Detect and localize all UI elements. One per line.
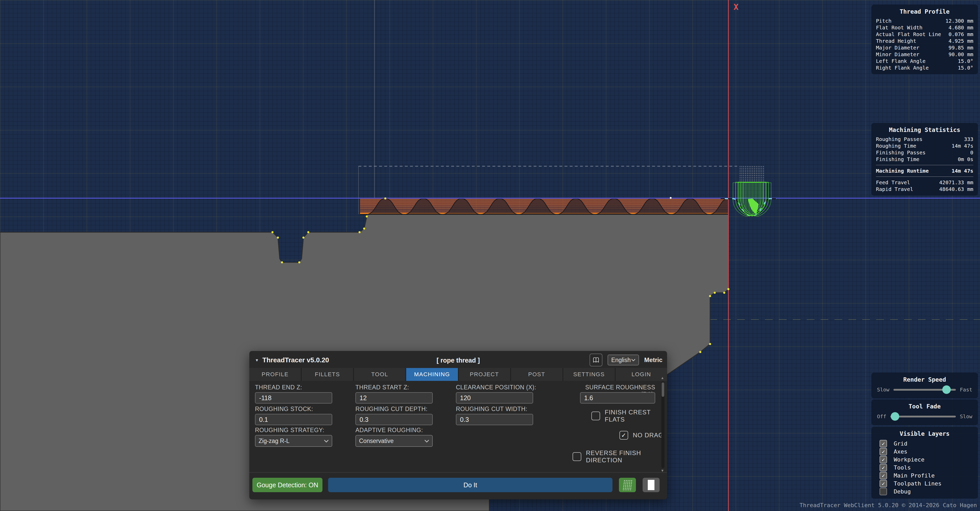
layer-checkbox[interactable]: [880, 448, 887, 455]
slider-handle[interactable]: [891, 412, 899, 421]
checkbox[interactable]: [573, 452, 581, 461]
dialog-scrollbar[interactable]: [662, 382, 665, 468]
slider-min-label: Slow: [877, 386, 889, 393]
panel-title: Machining Statistics: [876, 126, 973, 133]
page-view-button[interactable]: [643, 478, 660, 492]
clearance-position-input[interactable]: [456, 392, 533, 404]
dither-view-button[interactable]: [619, 478, 636, 492]
page-icon: [648, 480, 654, 490]
stat-row: Left Flank Angle15.0°: [876, 58, 973, 64]
adaptive-roughing-select[interactable]: Conservative: [355, 435, 433, 447]
thread-start-z-input[interactable]: [355, 392, 433, 404]
stat-row: Feed Travel42071.33 mm: [876, 179, 973, 186]
slider-min-label: Off: [877, 414, 886, 420]
slider-max-label: Slow: [960, 414, 972, 420]
roughing-strategy-select[interactable]: Zig-zag R-L: [255, 435, 332, 447]
tab-tool[interactable]: TOOL: [354, 368, 406, 381]
divider: [876, 165, 973, 165]
viewport[interactable]: X Z Thread Profile Pitch12.300 mm Flat R…: [0, 0, 980, 511]
stat-row: Flat Root Width4.680 mm: [876, 24, 973, 31]
stat-row: Major Diameter99.85 mm: [876, 44, 973, 51]
collapse-triangle-icon[interactable]: ▼: [255, 358, 259, 362]
roughing-stock-input[interactable]: [255, 414, 332, 425]
stat-row: Roughing Passes333: [876, 136, 973, 142]
scrollbar-thumb[interactable]: [662, 382, 664, 397]
chevron-down-icon: [425, 440, 429, 442]
stat-row: Pitch12.300 mm: [876, 18, 973, 24]
panel-title: Thread Profile: [876, 8, 973, 15]
thread-end-z-label: THREAD END Z:: [255, 384, 302, 391]
clearance-position-label: CLEARANCE POSITION (X):: [456, 384, 536, 391]
layer-checkbox[interactable]: [880, 464, 887, 471]
x-axis-label: X: [733, 2, 738, 12]
checkbox[interactable]: [591, 412, 600, 420]
tab-fillets[interactable]: FILLETS: [302, 368, 353, 381]
tab-login[interactable]: LOGIN: [616, 368, 667, 381]
scroll-up-icon[interactable]: ▲: [661, 376, 664, 380]
chevron-down-icon: [324, 440, 329, 442]
footer-divider: [249, 472, 667, 473]
panel-title: Render Speed: [876, 376, 973, 383]
stat-row: Right Flank Angle15.0°: [876, 64, 973, 71]
layer-row-workpiece[interactable]: Workpiece: [880, 455, 973, 463]
finish-crest-flats-checkbox[interactable]: FINISH CREST FLATS: [591, 409, 667, 423]
stat-row: Actual Flat Root Line0.076 mm: [876, 31, 973, 38]
manual-button[interactable]: [590, 354, 603, 366]
panel-title: Visible Layers: [876, 430, 973, 437]
stat-row: Finishing Passes0: [876, 149, 973, 156]
layer-row-toolpath-lines[interactable]: Toolpath Lines: [880, 479, 973, 487]
surface-roughness-input[interactable]: [580, 392, 655, 404]
layer-row-axes[interactable]: Axes: [880, 448, 973, 455]
tool-fade-panel: Tool Fade Off Slow: [871, 399, 978, 425]
app-title: ThreadTracer v5.0.20: [262, 356, 329, 364]
layer-row-debug[interactable]: Debug: [880, 487, 973, 495]
units-label[interactable]: Metric: [644, 356, 662, 364]
roughing-cut-width-input[interactable]: [456, 414, 533, 425]
roughing-strategy-label: ROUGHING STRATEGY:: [255, 427, 324, 434]
tab-profile[interactable]: PROFILE: [249, 368, 301, 381]
roughing-cut-depth-label: ROUGHING CUT DEPTH:: [355, 406, 428, 412]
machining-statistics-panel: Machining Statistics Roughing Passes333 …: [871, 123, 978, 196]
open-book-icon: [592, 356, 600, 364]
gouge-detection-button[interactable]: Gouge Detection: ON: [252, 478, 323, 492]
layer-row-grid[interactable]: Grid: [880, 440, 973, 448]
language-select[interactable]: English: [608, 355, 639, 366]
copyright-text: ThreadTracer WebClient 5.0.20 © 2014-202…: [799, 502, 977, 508]
chevron-down-icon: [631, 359, 635, 361]
visible-layers-panel: Visible Layers Grid Axes Workpiece Tools…: [871, 427, 978, 499]
roughing-cut-width-label: ROUGHING CUT WIDTH:: [456, 406, 527, 412]
layer-row-tools[interactable]: Tools: [880, 463, 973, 471]
roughing-stock-label: ROUGHING STOCK:: [255, 406, 313, 412]
threadtracer-dialog: ▼ ThreadTracer v5.0.20 [ rope thread ] E…: [249, 351, 667, 500]
layer-checkbox[interactable]: [880, 480, 887, 487]
thread-end-z-input[interactable]: [255, 392, 332, 404]
reverse-finish-direction-checkbox[interactable]: REVERSE FINISH DIRECTION: [573, 449, 667, 464]
layer-row-main-profile[interactable]: Main Profile: [880, 471, 973, 479]
thread-start-z-label: THREAD START Z:: [355, 384, 409, 391]
render-speed-slider[interactable]: [894, 389, 956, 391]
slider-handle[interactable]: [942, 385, 951, 394]
layer-checkbox[interactable]: [880, 488, 887, 495]
runtime-row: Machining Runtime14m 47s: [876, 168, 973, 174]
adaptive-roughing-label: ADAPTIVE ROUGHING:: [355, 427, 423, 434]
dialog-collapse-control[interactable]: ▼ ThreadTracer v5.0.20: [255, 356, 329, 364]
stat-row: Rapid Travel48640.63 mm: [876, 186, 973, 193]
stat-row: Minor Diameter90.00 mm: [876, 51, 973, 58]
layer-checkbox[interactable]: [880, 472, 887, 479]
tab-project[interactable]: PROJECT: [459, 368, 510, 381]
slider-max-label: Fast: [960, 386, 972, 393]
thread-profile-panel: Thread Profile Pitch12.300 mm Flat Root …: [871, 5, 978, 74]
panel-title: Tool Fade: [876, 403, 973, 410]
tab-settings[interactable]: SETTINGS: [563, 368, 615, 381]
stat-row: Roughing Time14m 47s: [876, 142, 973, 149]
layer-checkbox[interactable]: [880, 440, 887, 447]
do-it-button[interactable]: Do It: [328, 478, 612, 492]
checkbox[interactable]: [619, 431, 628, 440]
no-drag-checkbox[interactable]: NO DRAG: [619, 431, 663, 440]
tab-machining[interactable]: MACHINING: [406, 368, 458, 381]
tool-fade-slider[interactable]: [890, 416, 956, 417]
tab-post[interactable]: POST: [511, 368, 563, 381]
project-name: [ rope thread ]: [437, 357, 480, 364]
roughing-cut-depth-input[interactable]: [355, 414, 433, 425]
layer-checkbox[interactable]: [880, 456, 887, 463]
